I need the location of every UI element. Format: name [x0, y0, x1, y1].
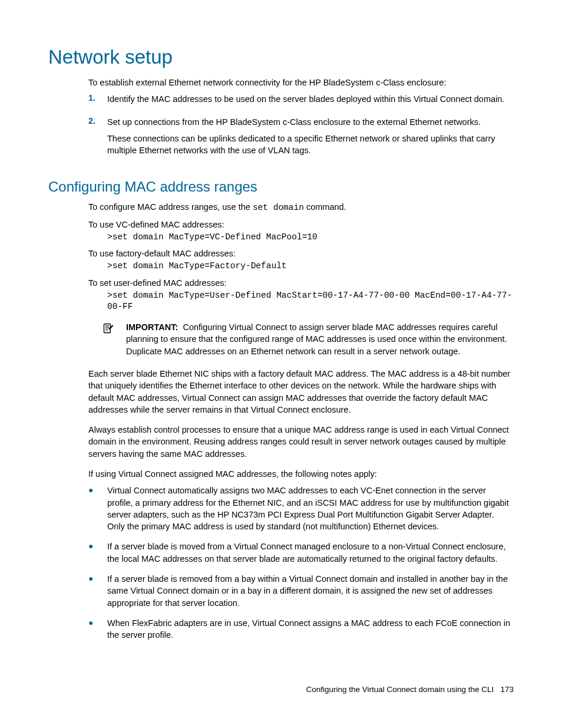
code-block: >set domain MacType=User-Defined MacStar… — [107, 290, 514, 313]
bullet-text: If a server blade is moved from a Virtua… — [107, 541, 514, 565]
step-text: Identify the MAC addresses to be used on… — [107, 93, 504, 105]
definition-label: To use factory-default MAC addresses: — [88, 249, 514, 258]
list-item: ● If a server blade is removed from a ba… — [88, 573, 514, 609]
page-footer: Configuring the Virtual Connect domain u… — [306, 685, 514, 694]
bullet-icon: ● — [88, 617, 107, 641]
step-marker: 1. — [88, 93, 107, 110]
code-block: >set domain MacType=Factory-Default — [107, 261, 514, 272]
intro-paragraph: To establish external Ethernet network c… — [88, 77, 514, 88]
numbered-steps: 1. Identify the MAC addresses to be used… — [88, 93, 514, 161]
bullet-list: ● Virtual Connect automatically assigns … — [88, 485, 514, 641]
step-marker: 2. — [88, 116, 107, 162]
important-body: Configuring Virtual Connect to assign se… — [126, 322, 507, 356]
step-item: 2. Set up connections from the HP BladeS… — [88, 116, 514, 162]
step-item: 1. Identify the MAC addresses to be used… — [88, 93, 514, 110]
step-content: Set up connections from the HP BladeSyst… — [107, 116, 514, 162]
step-text: Set up connections from the HP BladeSyst… — [107, 116, 514, 128]
heading-configuring-mac: Configuring MAC address ranges — [48, 179, 514, 195]
definition-label: To set user-defined MAC addresses: — [88, 278, 514, 288]
config-intro-pre: To configure MAC address ranges, use the — [88, 202, 253, 212]
important-note: IMPORTANT: Configuring Virtual Connect t… — [103, 321, 514, 357]
config-intro: To configure MAC address ranges, use the… — [88, 201, 514, 213]
bullet-text: If a server blade is removed from a bay … — [107, 573, 514, 609]
notepad-pencil-icon — [103, 322, 114, 334]
body-paragraph: Each server blade Ethernet NIC ships wit… — [88, 368, 514, 416]
heading-network-setup: Network setup — [48, 46, 514, 68]
step-content: Identify the MAC addresses to be used on… — [107, 93, 504, 110]
bullet-icon: ● — [88, 485, 107, 532]
bullet-icon: ● — [88, 541, 107, 565]
document-page: Network setup To establish external Ethe… — [0, 0, 562, 641]
inline-command: set domain — [253, 203, 304, 212]
list-item: ● Virtual Connect automatically assigns … — [88, 485, 514, 532]
bullet-text: Virtual Connect automatically assigns tw… — [107, 485, 514, 532]
note-text: IMPORTANT: Configuring Virtual Connect t… — [126, 321, 514, 357]
body-paragraph: If using Virtual Connect assigned MAC ad… — [88, 468, 514, 480]
footer-page-number: 173 — [500, 685, 514, 694]
step-text: These connections can be uplinks dedicat… — [107, 133, 514, 157]
code-block: >set domain MacType=VC-Defined MacPool=1… — [107, 232, 514, 243]
config-intro-post: command. — [304, 202, 346, 212]
list-item: ● If a server blade is moved from a Virt… — [88, 541, 514, 565]
bullet-icon: ● — [88, 573, 107, 609]
bullet-text: When FlexFabric adapters are in use, Vir… — [107, 617, 514, 641]
footer-title: Configuring the Virtual Connect domain u… — [306, 685, 494, 694]
body-paragraph: Always establish control processes to en… — [88, 424, 514, 460]
definition-label: To use VC-defined MAC addresses: — [88, 220, 514, 229]
note-icon-wrap — [103, 321, 126, 357]
important-label: IMPORTANT: — [126, 322, 178, 332]
list-item: ● When FlexFabric adapters are in use, V… — [88, 617, 514, 641]
